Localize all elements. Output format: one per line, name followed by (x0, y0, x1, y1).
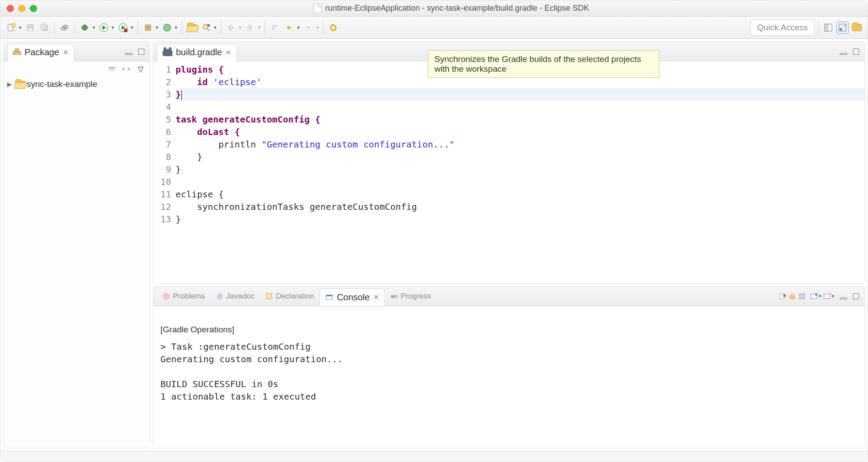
window-minimize-button[interactable] (18, 5, 25, 12)
console-display-button[interactable] (809, 291, 819, 301)
maximize-view-button[interactable] (851, 47, 861, 57)
window-title: runtime-EclipseApplication - sync-task-e… (325, 4, 589, 13)
package-explorer-tab[interactable]: Package ✕ (7, 44, 74, 61)
svg-rect-5 (41, 24, 46, 29)
svg-text:@: @ (217, 293, 223, 300)
tab-console-label: Console (337, 292, 369, 303)
back-button[interactable] (283, 21, 295, 34)
minimize-view-button[interactable] (839, 291, 848, 301)
dropdown-arrow-icon[interactable]: ▼ (18, 25, 22, 30)
tab-problems[interactable]: ! Problems (157, 289, 210, 303)
debug-button[interactable] (78, 21, 91, 34)
save-button[interactable] (24, 21, 37, 34)
main-toolbar: ▼ ▼ ▼ ▼ ▼ C▼ ▼ ▼ ▼ ▼ ▼ Quick Access J (0, 16, 868, 39)
open-perspective-button[interactable] (822, 21, 835, 34)
tab-declaration-label: Declaration (276, 292, 314, 301)
console-text: > Task :generateCustomConfig Generating … (160, 341, 343, 402)
svg-rect-40 (266, 294, 272, 299)
maximize-view-button[interactable] (136, 47, 146, 57)
problems-icon: ! (162, 292, 170, 300)
dropdown-arrow-icon[interactable]: ▼ (213, 25, 217, 30)
minimize-view-button[interactable] (124, 47, 134, 57)
dropdown-arrow-icon[interactable]: ▼ (155, 25, 159, 30)
svg-rect-16 (124, 29, 127, 32)
project-tree[interactable]: ▶ sync-task-example (4, 77, 150, 92)
dropdown-arrow-icon[interactable]: ▼ (111, 25, 115, 30)
dropdown-arrow-icon[interactable]: ▼ (315, 25, 319, 30)
run-last-button[interactable] (117, 21, 129, 34)
close-icon[interactable]: ✕ (63, 49, 69, 57)
maximize-view-button[interactable] (851, 291, 861, 301)
last-edit-button[interactable] (269, 21, 281, 34)
disclosure-triangle-icon[interactable]: ▶ (7, 81, 13, 88)
package-icon (13, 49, 21, 57)
search-button[interactable] (200, 21, 213, 34)
console-output[interactable]: [Gradle Operations]> Task :generateCusto… (153, 307, 864, 448)
save-all-button[interactable] (38, 21, 51, 34)
resource-perspective-button[interactable] (851, 21, 863, 34)
svg-rect-49 (799, 294, 805, 299)
dropdown-arrow-icon[interactable]: ▼ (92, 25, 96, 30)
editor-tab-label: build.gradle (176, 47, 222, 57)
dropdown-arrow-icon[interactable]: ▼ (238, 25, 242, 30)
editor-tab[interactable]: build.gradle ✕ (157, 44, 237, 61)
tab-declaration[interactable]: Declaration (260, 289, 319, 303)
folder-icon (852, 24, 862, 31)
new-class-button[interactable]: C (161, 21, 173, 34)
svg-point-34 (839, 28, 842, 31)
gradle-refresh-button[interactable] (327, 21, 340, 34)
javadoc-icon: @ (216, 292, 224, 300)
open-type-button[interactable] (186, 21, 198, 34)
svg-point-51 (815, 293, 818, 296)
code-editor[interactable]: 12345678910111213 plugins { id 'eclipse'… (153, 61, 864, 283)
next-annotation-button[interactable] (244, 21, 256, 34)
minimize-view-button[interactable] (839, 47, 848, 57)
svg-point-24 (207, 24, 210, 27)
close-icon[interactable]: ✕ (373, 293, 379, 301)
svg-rect-3 (29, 29, 32, 31)
console-scroll-lock-button[interactable] (787, 291, 797, 301)
console-pin-button[interactable] (797, 291, 807, 301)
dropdown-arrow-icon[interactable]: ▼ (174, 25, 178, 30)
svg-point-7 (63, 25, 68, 28)
window-zoom-button[interactable] (30, 5, 37, 12)
dropdown-arrow-icon[interactable]: ▼ (818, 294, 822, 298)
dropdown-arrow-icon[interactable]: ▼ (130, 25, 134, 30)
svg-rect-42 (326, 295, 332, 296)
dropdown-arrow-icon[interactable]: ▼ (831, 294, 835, 298)
tab-progress[interactable]: Progress (385, 289, 437, 303)
dropdown-arrow-icon[interactable]: ▼ (257, 25, 261, 30)
project-item[interactable]: ▶ sync-task-example (7, 79, 146, 89)
svg-rect-48 (790, 296, 794, 299)
console-clear-button[interactable] (778, 291, 787, 301)
tab-javadoc-label: Javadoc (226, 292, 254, 301)
collapse-all-button[interactable] (107, 64, 117, 74)
link-button[interactable] (58, 21, 71, 34)
svg-marker-27 (272, 29, 274, 30)
new-button[interactable] (5, 21, 17, 34)
link-editor-button[interactable] (121, 64, 131, 74)
quick-access-field[interactable]: Quick Access (750, 20, 815, 36)
console-open-button[interactable]: + (822, 291, 832, 301)
package-explorer-view: Package ✕ ▽ ▶ sync-task-example (3, 41, 150, 448)
run-button[interactable] (98, 21, 110, 34)
dropdown-arrow-icon[interactable]: ▼ (296, 25, 300, 30)
close-icon[interactable]: ✕ (225, 49, 231, 57)
file-icon (314, 4, 322, 13)
window-close-button[interactable] (7, 5, 14, 12)
titlebar: runtime-EclipseApplication - sync-task-e… (0, 0, 868, 16)
forward-button[interactable] (302, 21, 315, 34)
svg-rect-36 (109, 70, 115, 71)
prev-annotation-button[interactable] (225, 21, 237, 34)
svg-rect-44 (391, 295, 395, 298)
package-explorer-title: Package (25, 47, 59, 57)
view-menu-button[interactable]: ▽ (135, 64, 145, 74)
tab-console[interactable]: Console ✕ (319, 288, 385, 306)
java-perspective-button[interactable]: J (836, 21, 849, 34)
new-package-button[interactable] (142, 21, 154, 34)
svg-line-23 (207, 29, 209, 31)
tooltip: Synchronizes the Gradle builds of the se… (428, 50, 659, 78)
svg-rect-31 (825, 24, 827, 31)
svg-point-8 (82, 25, 87, 30)
tab-javadoc[interactable]: @ Javadoc (210, 289, 260, 303)
